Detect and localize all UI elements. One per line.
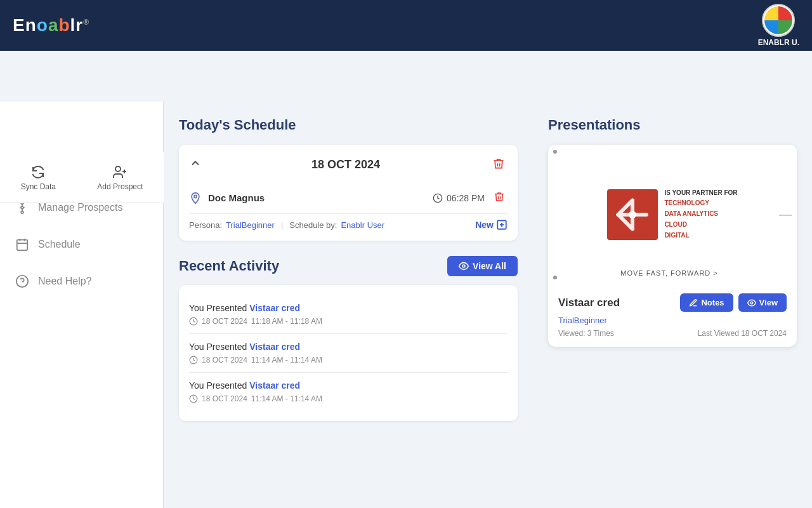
pres-name-row: Vistaar cred Notes	[558, 293, 787, 312]
svg-point-25	[462, 265, 465, 267]
svg-point-34	[750, 302, 753, 304]
schedule-date-row: 18 OCT 2024	[189, 155, 508, 175]
recent-activity-title: Recent Activity	[179, 258, 279, 274]
schedule-by-value-link[interactable]: Enablr User	[341, 220, 384, 230]
location-icon	[189, 192, 202, 204]
schedule-section-title: Today's Schedule	[179, 117, 518, 133]
delete-schedule-button[interactable]	[490, 155, 508, 175]
presentation-info: Vistaar cred Notes	[548, 284, 797, 347]
left-content: Today's Schedule 18 OCT 2024	[164, 102, 533, 508]
view-all-button[interactable]: View All	[447, 256, 518, 276]
delete-prospect-button[interactable]	[491, 189, 508, 207]
notes-button[interactable]: Notes	[680, 293, 733, 312]
activity-text-1: You Presented Vistaar cred	[189, 303, 508, 313]
add-prospect-label: Add Prospect	[97, 182, 143, 191]
sync-data-button[interactable]: Sync Data	[11, 159, 66, 196]
help-label: Need Help?	[38, 276, 92, 287]
svg-rect-14	[17, 240, 28, 251]
manage-prospects-label: Manage Prospects	[38, 202, 122, 213]
help-icon	[15, 274, 29, 288]
presentation-banner: IS YOUR PARTNER FOR TECHNOLOGY DATA ANAL…	[548, 145, 797, 284]
collapse-schedule-button[interactable]	[189, 157, 202, 173]
activity-text-2: You Presented Vistaar cred	[189, 342, 508, 352]
activity-item-3: You Presented Vistaar cred 18 OCT 2024 1…	[189, 373, 508, 411]
schedule-icon	[15, 237, 29, 251]
plus-square-icon	[496, 219, 508, 231]
activity-link-2[interactable]: Vistaar cred	[249, 342, 300, 352]
persona-value-link[interactable]: TrialBeginner	[226, 220, 275, 230]
schedule-card: 18 OCT 2024	[179, 145, 518, 241]
logo: Enoablr®	[13, 15, 89, 36]
user-name-label: ENABLR U.	[758, 38, 799, 47]
schedule-time: 06:28 PM	[447, 193, 485, 203]
main-layout: Sync Data Add Prospect	[0, 102, 812, 508]
svg-point-20	[194, 195, 197, 197]
svg-point-33	[629, 211, 636, 218]
avatar-pie-chart	[764, 6, 792, 34]
dash-line	[779, 215, 792, 216]
chevron-up-icon	[189, 157, 202, 170]
clock-icon	[433, 193, 443, 203]
sync-icon	[30, 164, 46, 180]
pres-persona: TrialBeginner	[558, 316, 787, 325]
add-person-icon	[112, 164, 128, 180]
persona-label: Persona:	[189, 220, 222, 230]
trash-small-icon	[494, 191, 505, 203]
eye-icon	[459, 261, 469, 271]
sidebar: Sync Data Add Prospect	[0, 102, 164, 508]
activity-item-1: You Presented Vistaar cred 18 OCT 2024 1…	[189, 295, 508, 334]
activity-card: You Presented Vistaar cred 18 OCT 2024 1…	[179, 285, 518, 421]
time-area: 06:28 PM	[433, 193, 485, 203]
banner-partner-text: IS YOUR PARTNER FOR	[664, 189, 737, 196]
last-viewed: Last Viewed 18 OCT 2024	[698, 329, 787, 338]
pres-meta-row: Viewed: 3 Times Last Viewed 18 OCT 2024	[558, 329, 787, 338]
activity-link-1[interactable]: Vistaar cred	[249, 303, 300, 313]
notes-label: Notes	[701, 298, 724, 307]
right-content: Presentations	[533, 102, 812, 508]
clock-small-icon-1	[189, 317, 198, 326]
schedule-prospect-row: Doc Magnus 06:28 PM	[189, 182, 508, 214]
schedule-date: 18 OCT 2024	[202, 158, 490, 171]
sidebar-top-actions: Sync Data Add Prospect	[0, 152, 164, 203]
presentation-buttons: Notes View	[680, 293, 787, 312]
activity-text-3: You Presented Vistaar cred	[189, 380, 508, 391]
eye-pres-icon	[747, 298, 756, 307]
activity-time-3: 18 OCT 2024 11:14 AM - 11:14 AM	[189, 394, 508, 403]
add-prospect-button[interactable]: Add Prospect	[87, 159, 153, 196]
vistaar-emblem	[607, 189, 658, 240]
vistaar-logo-svg	[613, 196, 652, 234]
presentation-name: Vistaar cred	[558, 297, 620, 309]
trash-icon	[492, 157, 505, 170]
activity-time-1: 18 OCT 2024 11:18 AM - 11:18 AM	[189, 317, 508, 326]
new-schedule-button[interactable]: New	[475, 219, 508, 231]
pencil-icon	[689, 298, 698, 307]
activity-time-2: 18 OCT 2024 11:14 AM - 11:14 AM	[189, 356, 508, 364]
presentations-card: IS YOUR PARTNER FOR TECHNOLOGY DATA ANAL…	[548, 145, 797, 347]
activity-link-3[interactable]: Vistaar cred	[249, 380, 300, 391]
prospect-name: Doc Magnus	[208, 192, 426, 203]
view-presentation-label: View	[759, 298, 778, 307]
clock-small-icon-2	[189, 356, 198, 364]
viewed-count: Viewed: 3 Times	[558, 329, 614, 338]
svg-point-7	[21, 206, 23, 209]
schedule-label: Schedule	[38, 239, 81, 250]
activity-item-2: You Presented Vistaar cred 18 OCT 2024 1…	[189, 334, 508, 373]
sidebar-item-help[interactable]: Need Help?	[0, 263, 163, 300]
user-avatar[interactable]: ENABLR U.	[758, 4, 799, 47]
recent-activity-header: Recent Activity View All	[179, 256, 518, 276]
view-all-label: View All	[473, 261, 506, 271]
banner-tagline: MOVE FAST, FORWARD >	[620, 269, 718, 277]
clock-small-icon-3	[189, 394, 198, 403]
presentations-title: Presentations	[548, 117, 797, 133]
content-area: Today's Schedule 18 OCT 2024	[164, 102, 812, 508]
svg-point-9	[21, 211, 23, 214]
sidebar-item-schedule[interactable]: Schedule	[0, 226, 163, 263]
corner-dot-top-left	[553, 150, 557, 154]
top-navigation: Enoablr® ENABLR U.	[0, 0, 812, 51]
avatar-circle	[762, 4, 795, 37]
sync-data-label: Sync Data	[21, 182, 56, 191]
persona-row: Persona: TrialBeginner | Schedule by: En…	[189, 219, 508, 231]
schedule-by-label: Schedule by:	[289, 220, 337, 230]
svg-point-0	[115, 166, 121, 171]
view-presentation-button[interactable]: View	[738, 293, 787, 312]
